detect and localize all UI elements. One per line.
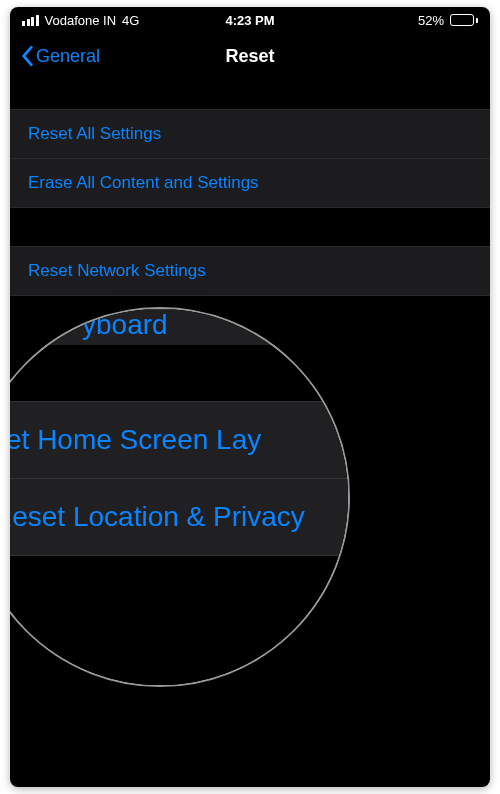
reset-network-row[interactable]: Reset Network Settings xyxy=(10,246,490,296)
reset-all-settings-row[interactable]: Reset All Settings xyxy=(10,109,490,158)
magnifier-content: yboard set Home Screen Lay Reset Locatio… xyxy=(10,309,348,685)
reset-home-screen-row[interactable]: set Home Screen Lay xyxy=(10,401,348,478)
back-button[interactable]: General xyxy=(20,45,100,67)
status-left: Vodafone IN 4G xyxy=(22,13,139,28)
nav-bar: General Reset xyxy=(10,33,490,79)
reset-location-privacy-row[interactable]: Reset Location & Privacy xyxy=(10,478,348,555)
section-gap xyxy=(10,345,348,401)
section-1: Reset All Settings Erase All Content and… xyxy=(10,109,490,208)
back-label: General xyxy=(36,46,100,67)
network-label: 4G xyxy=(122,13,139,28)
status-right: 52% xyxy=(418,13,478,28)
time-label: 4:23 PM xyxy=(225,13,274,28)
battery-icon xyxy=(450,14,478,26)
status-bar: Vodafone IN 4G 4:23 PM 52% xyxy=(10,7,490,33)
phone-screen: Vodafone IN 4G 4:23 PM 52% General Reset… xyxy=(10,7,490,787)
magnifier-bottom xyxy=(10,555,348,687)
reset-keyboard-row-partial[interactable]: yboard xyxy=(10,309,348,345)
page-title: Reset xyxy=(225,46,274,67)
erase-all-content-row[interactable]: Erase All Content and Settings xyxy=(10,158,490,208)
section-2: Reset Network Settings xyxy=(10,246,490,296)
carrier-label: Vodafone IN xyxy=(45,13,117,28)
magnifier-overlay: yboard set Home Screen Lay Reset Locatio… xyxy=(10,307,350,687)
reset-list: Reset All Settings Erase All Content and… xyxy=(10,109,490,296)
signal-icon xyxy=(22,15,39,26)
battery-percent: 52% xyxy=(418,13,444,28)
chevron-left-icon xyxy=(20,45,34,67)
